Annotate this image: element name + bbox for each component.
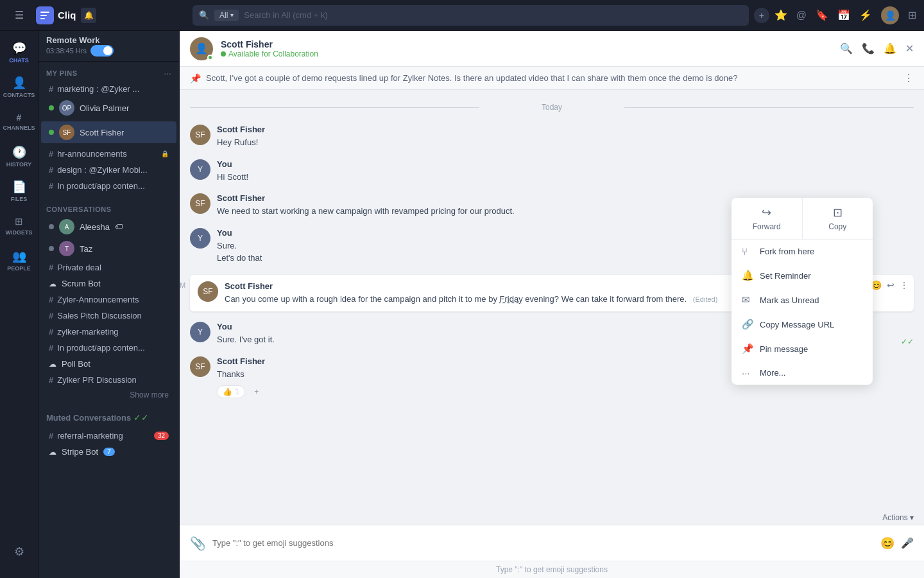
channel-item-design[interactable]: # design : @Zyiker Mobi...	[41, 162, 176, 178]
sidebar-item-files[interactable]: 📄 FILES	[3, 175, 35, 207]
attach-icon[interactable]: 📎	[190, 536, 206, 551]
sidebar-item-history[interactable]: 🕐 HISTORY	[3, 140, 35, 172]
bell-icon[interactable]: 🔔	[884, 42, 896, 55]
show-more-button[interactable]: Show more	[38, 388, 179, 402]
conv-item-taz[interactable]: T Taz	[41, 238, 176, 259]
date-divider: Today	[190, 100, 914, 114]
close-chat-icon[interactable]: ✕	[905, 42, 914, 55]
msg-avatar-you-2: Y	[190, 228, 210, 249]
timer-toggle[interactable]	[90, 45, 114, 57]
context-mark-unread[interactable]: ✉ Mark as Unread	[732, 288, 873, 312]
mention-icon[interactable]: @	[796, 10, 807, 21]
msg-avatar-scott-3: SF	[198, 281, 218, 302]
my-pins-more[interactable]: ···	[164, 68, 171, 78]
call-icon[interactable]: 📞	[862, 42, 875, 55]
topbar-icons: ⭐ @ 🔖 📅 ⚡ 👤 ⊞	[774, 6, 916, 24]
pinned-message-text: Scott, I've got a couple of demo request…	[206, 73, 903, 83]
mic-icon[interactable]: 🎤	[901, 537, 914, 549]
message-time-5: 07:04 PM	[180, 281, 185, 289]
sidebar-bottom: ⚙	[3, 536, 35, 573]
reaction-thumbsup[interactable]: 👍 1	[217, 385, 245, 398]
svg-rect-1	[40, 15, 47, 16]
bookmark-icon[interactable]: 🔖	[816, 9, 828, 21]
bot-icon-poll: ☁	[49, 360, 56, 369]
star-icon[interactable]: ⭐	[774, 9, 787, 21]
conv-item-pr[interactable]: # Zylker PR Discussion	[41, 372, 176, 388]
chats-icon: 💬	[12, 41, 26, 55]
conversations-section: Conversations A Aleesha 🏷 T Taz # Privat…	[38, 197, 179, 407]
context-pin[interactable]: 📌 Pin message	[732, 337, 873, 361]
muted-item-stripe[interactable]: ☁ Stripe Bot 7	[41, 444, 176, 460]
message-group-2: Y You Hi Scott!	[190, 159, 914, 184]
workspace-name: Remote Work	[46, 35, 114, 45]
context-reminder[interactable]: 🔔 Set Reminder	[732, 263, 873, 288]
actions-button[interactable]: Actions ▾	[882, 513, 914, 522]
msg-avatar-scott-2: SF	[190, 193, 210, 214]
search-filter-dropdown[interactable]: All ▾	[214, 10, 239, 21]
add-button[interactable]: +	[754, 8, 769, 23]
grid-icon[interactable]: ⊞	[908, 9, 916, 21]
pinned-dots-menu[interactable]: ⋮	[903, 72, 914, 84]
user-avatar[interactable]: 👤	[881, 6, 899, 24]
conv-item-scrum[interactable]: ☁ Scrum Bot	[41, 276, 176, 292]
muted-header: Muted Conversations ✓✓	[38, 407, 179, 428]
search-chat-icon[interactable]: 🔍	[840, 42, 853, 55]
link-icon: 🔗	[742, 319, 753, 330]
context-copy-url[interactable]: 🔗 Copy Message URL	[732, 312, 873, 337]
conv-item-poll[interactable]: ☁ Poll Bot	[41, 356, 176, 372]
forward-action[interactable]: ↪ Forward	[732, 198, 803, 239]
pinned-message-bar: 📌 Scott, I've got a couple of demo reque…	[180, 67, 924, 90]
pin-msg-icon: 📌	[742, 343, 753, 355]
files-icon: 📄	[12, 180, 26, 194]
app-name: Cliq	[58, 10, 76, 21]
context-fork[interactable]: ⑂ Fork from here	[732, 240, 873, 263]
sidebar-item-people[interactable]: 👥 PEOPLE	[3, 244, 35, 276]
calendar-icon[interactable]: 📅	[837, 9, 850, 21]
notification-bell[interactable]: 🔔	[81, 8, 96, 23]
my-pins-title: My Pins	[46, 69, 78, 77]
hamburger-menu[interactable]: ☰	[8, 4, 31, 27]
sidebar-item-chats[interactable]: 💬 CHATS	[3, 36, 35, 68]
sidebar-item-widgets[interactable]: ⊞ WIDGETS	[3, 209, 35, 241]
chat-panel: 👤 Scott Fisher Available for Collaborati…	[180, 31, 924, 578]
logo-icon	[36, 6, 54, 24]
reminder-icon: 🔔	[742, 270, 753, 281]
double-tick: ✓✓	[901, 337, 914, 346]
conv-item-zyler[interactable]: # Zyler-Announcements	[41, 292, 176, 308]
emoji-picker-icon[interactable]: 😊	[880, 536, 894, 550]
conv-item-product2[interactable]: # In product/app conten...	[41, 340, 176, 356]
reply-icon[interactable]: ↩	[887, 280, 894, 290]
muted-item-referral[interactable]: # referral-marketing 32	[41, 428, 176, 444]
contact-item-scott[interactable]: SF Scott Fisher	[41, 121, 176, 143]
chat-input[interactable]	[212, 538, 874, 548]
msg-text-1: Hey Rufus!	[217, 136, 914, 149]
copy-action[interactable]: ⊡ Copy	[803, 198, 873, 239]
sidebar-item-contacts[interactable]: 👤 CONTACTS	[3, 71, 35, 103]
reaction-count: 1	[235, 387, 239, 396]
conv-item-private[interactable]: # Private deal	[41, 259, 176, 276]
chat-header-actions: 🔍 📞 🔔 ✕	[840, 42, 914, 55]
msg-avatar-scott-4: SF	[190, 356, 210, 377]
sidebar-item-settings[interactable]: ⚙	[3, 536, 35, 568]
topbar-left: ☰ Cliq 🔔	[8, 4, 187, 27]
pin-item-olivia[interactable]: OP Olivia Palmer	[41, 97, 176, 119]
channel-item-hr[interactable]: # hr-announcements 🔒	[41, 146, 176, 162]
more-icon[interactable]: ⋮	[900, 280, 909, 290]
lightning-icon[interactable]: ⚡	[859, 9, 872, 21]
status-dot-taz	[49, 246, 54, 251]
sidebar-item-channels[interactable]: # CHANNELS	[3, 105, 35, 137]
conv-item-sales[interactable]: # Sales Pitch Discussion	[41, 308, 176, 324]
unread-icon: ✉	[742, 294, 753, 306]
conv-item-aleesha[interactable]: A Aleesha 🏷	[41, 216, 176, 238]
topbar-search-bar[interactable]: 🔍 All ▾ Search in All (cmd + k)	[193, 5, 749, 26]
channel-item-product[interactable]: # In product/app conten...	[41, 178, 176, 194]
add-reaction-button[interactable]: +	[249, 384, 264, 399]
chat-input-area: 📎 😊 🎤	[180, 525, 924, 561]
conv-item-zylker-mkt[interactable]: # zylker-marketing	[41, 324, 176, 340]
my-pins-section: My Pins ··· # marketing : @Zyker ... OP …	[38, 62, 179, 121]
status-dot-scott	[49, 130, 54, 135]
chat-header: 👤 Scott Fisher Available for Collaborati…	[180, 31, 924, 67]
msg-avatar-you-3: Y	[190, 322, 210, 342]
context-more[interactable]: ··· More...	[732, 361, 873, 385]
pin-item-marketing[interactable]: # marketing : @Zyker ...	[41, 81, 176, 97]
